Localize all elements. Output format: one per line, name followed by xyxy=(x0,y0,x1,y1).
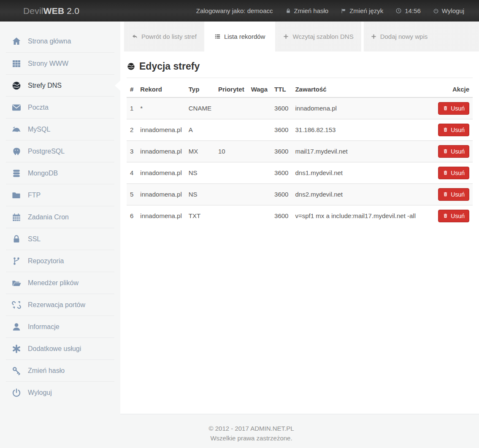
column-header-priorytet: Priorytet xyxy=(215,81,248,97)
change-language-label: Zmień język xyxy=(349,7,383,14)
flag-icon xyxy=(341,8,346,14)
sidebar-item-label: Dodatkowe usługi xyxy=(28,345,81,353)
column-header-rekord: Rekord xyxy=(137,81,185,97)
plus-icon xyxy=(371,33,377,40)
trash-icon xyxy=(443,213,448,219)
sidebar-item-label: MySQL xyxy=(28,126,50,133)
table-row: 5 innadomena.pl NS 3600 dns2.mydevil.net… xyxy=(127,184,473,205)
cell-rekord: * xyxy=(137,97,185,119)
delete-button[interactable]: Usuń xyxy=(438,102,469,115)
key-icon xyxy=(11,366,22,376)
cell-priorytet xyxy=(215,119,248,140)
reply-icon xyxy=(132,33,138,40)
rights-line: Wszelkie prawa zastrzeżone. xyxy=(24,433,479,443)
clock-icon xyxy=(395,8,402,14)
tab-powrot-do-listy-stref[interactable]: Powrót do listy stref xyxy=(124,22,204,51)
tab-dodaj-nowy-wpis[interactable]: Dodaj nowy wpis xyxy=(364,22,479,51)
cell-num: 1 xyxy=(127,97,137,119)
cell-zawartosc: 31.186.82.153 xyxy=(292,119,429,140)
sidebar-item-label: Strefy DNS xyxy=(28,82,62,89)
power-icon xyxy=(11,388,22,398)
sidebar-item-strony-www[interactable]: Strony WWW xyxy=(6,52,114,74)
cell-priorytet: 10 xyxy=(215,140,248,162)
logout-link[interactable]: Wyloguj xyxy=(433,7,464,14)
sidebar-item-label: Rezerwacja portów xyxy=(28,301,85,309)
sidebar-item-strona-glowna[interactable]: Strona główna xyxy=(6,30,114,52)
trash-icon xyxy=(443,192,448,197)
sidebar-item-label: Menedżer plików xyxy=(28,279,78,287)
cell-zawartosc: mail17.mydevil.net xyxy=(292,140,429,162)
sidebar-item-label: Repozytoria xyxy=(28,257,64,265)
cell-waga xyxy=(248,205,271,227)
sidebar-item-postgresql[interactable]: PostgreSQL xyxy=(6,140,114,162)
cell-ttl: 3600 xyxy=(271,162,292,184)
sidebar-item-label: Informacje xyxy=(28,323,60,331)
column-header-waga: Waga xyxy=(248,81,271,97)
delete-button[interactable]: Usuń xyxy=(438,188,469,201)
cell-rekord: innadomena.pl xyxy=(137,140,185,162)
broken-link-icon xyxy=(11,300,22,310)
cell-waga xyxy=(248,119,271,140)
mysql-dolphin-icon xyxy=(11,124,22,135)
sidebar-item-mysql[interactable]: MySQL xyxy=(6,118,114,140)
cell-ttl: 3600 xyxy=(271,205,292,227)
cell-num: 3 xyxy=(127,140,137,162)
cell-waga xyxy=(248,162,271,184)
delete-button-label: Usuń xyxy=(451,148,465,155)
sidebar-item-ftp[interactable]: FTP xyxy=(6,184,114,206)
postgresql-elephant-icon xyxy=(11,146,22,157)
envelope-icon xyxy=(11,103,22,113)
cell-typ: NS xyxy=(185,162,215,184)
topbar: DevilWEB 2.0 Zalogowany jako: demoacc Zm… xyxy=(0,0,479,22)
sidebar-item-poczta[interactable]: Poczta xyxy=(6,96,114,118)
copyright-line: © 2012 - 2017 ADMIN.NET.PL xyxy=(24,424,479,433)
asterisk-icon xyxy=(11,344,22,354)
database-icon xyxy=(11,168,22,178)
sidebar-item-mongodb[interactable]: MongoDB xyxy=(6,162,114,184)
brand-prefix: Devil xyxy=(23,6,43,16)
sidebar-item-rezerwacja-portow[interactable]: Rezerwacja portów xyxy=(6,294,114,316)
logout-label: Wyloguj xyxy=(442,7,464,14)
delete-button[interactable]: Usuń xyxy=(438,167,469,179)
table-row: 4 innadomena.pl NS 3600 dns1.mydevil.net… xyxy=(127,162,473,184)
cell-num: 6 xyxy=(127,205,137,227)
globe-icon xyxy=(127,62,135,71)
plus-icon xyxy=(283,33,289,40)
sidebar-item-label: Strona główna xyxy=(28,38,71,45)
delete-button-label: Usuń xyxy=(451,127,465,133)
sidebar-item-strefy-dns[interactable]: Strefy DNS xyxy=(6,74,114,96)
sidebar-item-repozytoria[interactable]: Repozytoria xyxy=(6,250,114,272)
app-logo[interactable]: DevilWEB 2.0 xyxy=(23,6,79,16)
change-password-link[interactable]: Zmień hasło xyxy=(285,7,329,14)
folder-open-icon xyxy=(11,278,22,288)
lock-icon xyxy=(285,8,291,14)
sidebar-item-ssl[interactable]: SSL xyxy=(6,228,114,250)
sidebar-item-menedzer-plikow[interactable]: Menedżer plików xyxy=(6,272,114,294)
sidebar-item-label: Poczta xyxy=(28,104,49,111)
table-row: 1 * CNAME 3600 innadomena.pl Usuń xyxy=(127,97,473,119)
grid-icon xyxy=(11,59,22,69)
sidebar-item-label: Zadania Cron xyxy=(28,213,69,221)
delete-button[interactable]: Usuń xyxy=(438,145,469,158)
tab-label: Powrót do listy stref xyxy=(141,33,197,40)
cell-rekord: innadomena.pl xyxy=(137,205,185,227)
cell-priorytet xyxy=(215,184,248,205)
sidebar-item-wyloguj[interactable]: Wyloguj xyxy=(6,381,114,403)
trash-icon xyxy=(443,170,448,175)
tab-label: Lista rekordów xyxy=(224,33,265,40)
time-label: 14:56 xyxy=(405,7,421,14)
cell-waga xyxy=(248,140,271,162)
change-language-link[interactable]: Zmień język xyxy=(341,7,383,14)
delete-button[interactable]: Usuń xyxy=(438,124,469,136)
column-header-num: # xyxy=(127,81,137,97)
delete-button[interactable]: Usuń xyxy=(438,210,469,222)
table-header-row: # Rekord Typ Priorytet Waga TTL Zawartoś… xyxy=(127,81,473,97)
sidebar-item-zmien-haslo[interactable]: Zmień hasło xyxy=(6,359,114,381)
tab-wczytaj-szablon-dns[interactable]: Wczytaj szablon DNS xyxy=(275,22,361,51)
tab-lista-rekordow[interactable]: Lista rekordów xyxy=(207,22,273,51)
sidebar-item-informacje[interactable]: Informacje xyxy=(6,316,114,337)
sidebar-item-dodatkowe-uslugi[interactable]: Dodatkowe usługi xyxy=(6,337,114,359)
sidebar-item-zadania-cron[interactable]: Zadania Cron xyxy=(6,206,114,228)
cell-priorytet xyxy=(215,162,248,184)
divider xyxy=(127,78,473,78)
